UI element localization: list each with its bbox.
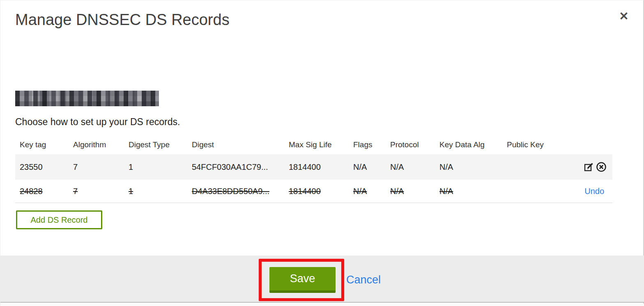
column-header-public-key: Public Key	[502, 140, 571, 149]
cancel-link[interactable]: Cancel	[346, 274, 381, 286]
table-row: 23550 7 1 54FCF030AA1C79... 1814400 N/A …	[15, 154, 612, 180]
undo-link[interactable]: Undo	[584, 187, 607, 196]
instruction-text: Choose how to set up your DS records.	[15, 116, 180, 128]
manage-dnssec-modal: Manage DNSSEC DS Records ✕ Choose how to…	[0, 0, 644, 306]
cell-algorithm: 7	[73, 162, 78, 171]
table-header-row: Key tag Algorithm Digest Type Digest Max…	[15, 135, 612, 154]
cell-digest: D4A33E8DD550A9...	[192, 187, 269, 196]
cell-key-data-alg: N/A	[439, 162, 453, 171]
cell-algorithm: 7	[73, 187, 78, 196]
cell-key-data-alg: N/A	[439, 187, 453, 196]
column-header-protocol: Protocol	[386, 140, 435, 149]
edit-record-button[interactable]	[583, 161, 595, 173]
column-header-digest-type: Digest Type	[124, 140, 187, 149]
circle-x-icon	[596, 161, 607, 173]
modal-footer: Save Cancel	[0, 256, 644, 303]
column-header-digest: Digest	[187, 140, 284, 149]
column-header-key-tag: Key tag	[15, 140, 69, 149]
column-header-flags: Flags	[349, 140, 386, 149]
page-title: Manage DNSSEC DS Records	[15, 11, 230, 29]
cell-protocol: N/A	[390, 187, 404, 196]
cell-digest: 54FCF030AA1C79...	[192, 162, 268, 171]
column-header-max-sig-life: Max Sig Life	[284, 140, 349, 149]
cell-digest-type: 1	[129, 162, 133, 171]
ds-records-table: Key tag Algorithm Digest Type Digest Max…	[15, 135, 612, 203]
add-ds-record-button[interactable]: Add DS Record	[16, 210, 102, 229]
domain-name-redacted	[15, 91, 159, 106]
cell-key-tag: 24828	[20, 187, 43, 196]
column-header-key-data-alg: Key Data Alg	[435, 140, 502, 149]
cell-flags: N/A	[353, 162, 367, 171]
close-icon[interactable]: ✕	[616, 8, 632, 24]
edit-icon	[584, 162, 595, 173]
table-row-deleted: 24828 7 1 D4A33E8DD550A9... 1814400 N/A …	[15, 180, 612, 203]
cell-max-sig-life: 1814400	[289, 162, 321, 171]
cell-max-sig-life: 1814400	[289, 187, 321, 196]
cell-flags: N/A	[353, 187, 367, 196]
cell-digest-type: 1	[129, 187, 133, 196]
column-header-algorithm: Algorithm	[69, 140, 124, 149]
cell-key-tag: 23550	[20, 162, 43, 171]
save-button[interactable]: Save	[269, 267, 336, 293]
cell-protocol: N/A	[390, 162, 404, 171]
delete-record-icon[interactable]	[595, 161, 607, 173]
page-behind-modal-strip	[0, 304, 644, 306]
